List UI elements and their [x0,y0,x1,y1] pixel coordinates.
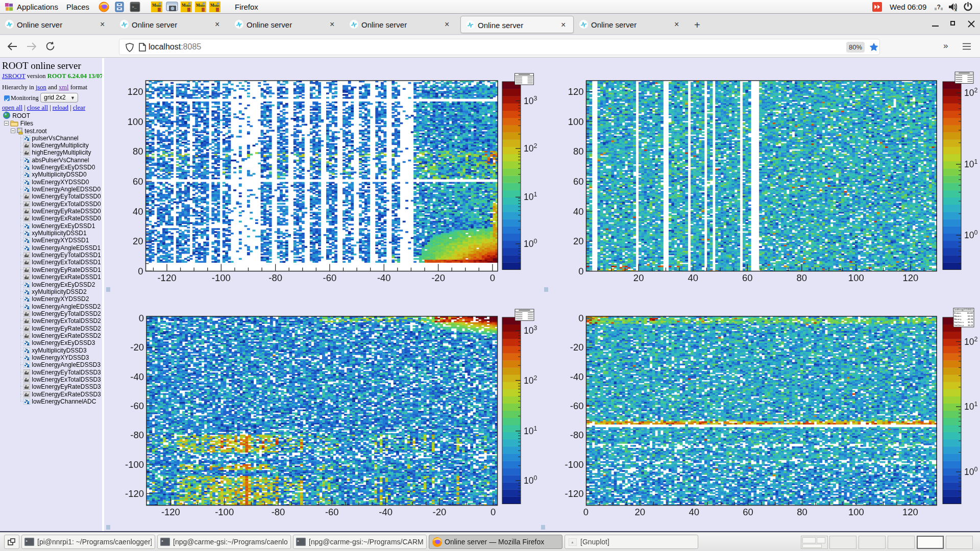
svg-text:100: 100 [964,466,977,477]
svg-text:65449: 65449 [967,312,973,314]
svg-text:▲: ▲ [571,540,574,544]
svg-text:102: 102 [964,87,977,98]
svg-text:>_: >_ [132,5,137,9]
svg-text:120: 120 [568,86,584,97]
svg-text:-120: -120 [161,507,180,517]
svg-text:80: 80 [133,146,143,157]
svg-text:0: 0 [583,507,589,517]
svg-text:Entries: Entries [954,312,961,314]
svg-text:-100: -100 [125,459,144,470]
svg-text:0: 0 [138,266,143,277]
svg-text:40: 40 [689,507,699,517]
svg-text:60: 60 [742,272,753,283]
svg-text:36.76: 36.76 [968,321,973,323]
svg-text:?: ? [937,4,941,11]
svg-text:80: 80 [797,507,807,517]
svg-text:-20: -20 [431,272,445,283]
svg-text:40: 40 [133,206,143,217]
svg-text:20: 20 [573,236,584,246]
svg-text:-20: -20 [433,507,447,517]
svg-text:-80: -80 [570,430,584,440]
svg-text:-120: -120 [125,488,144,499]
svg-text:101: 101 [524,425,537,436]
svg-text:-40: -40 [377,272,391,283]
svg-text:0: 0 [490,272,495,283]
svg-text:101: 101 [964,400,977,412]
svg-text:80: 80 [573,146,584,157]
svg-text:-60: -60 [325,507,339,517]
svg-text:63.15: 63.15 [968,315,973,317]
svg-text:-80: -80 [130,430,144,440]
svg-text:100: 100 [568,116,584,127]
svg-text:-40: -40 [379,507,393,517]
svg-text:120: 120 [902,272,918,283]
svg-text:Std Dev x: Std Dev x [954,321,964,323]
svg-text:-120: -120 [565,488,583,499]
svg-text:-100: -100 [565,459,583,470]
svg-text:-20: -20 [570,342,584,353]
svg-text:40: 40 [573,206,584,217]
svg-text:102: 102 [524,374,537,386]
svg-text:-80: -80 [272,507,285,517]
svg-text:▸: ▸ [298,539,299,542]
svg-text:-20: -20 [130,342,144,353]
svg-text:102: 102 [964,336,977,347]
svg-text:▸: ▸ [26,539,28,542]
svg-text:60: 60 [743,507,753,517]
svg-text:-40: -40 [570,371,584,382]
svg-text:101: 101 [524,191,537,202]
svg-text:101: 101 [964,158,977,169]
svg-text:20: 20 [133,236,143,246]
svg-text:60: 60 [133,176,143,187]
svg-text:-100: -100 [215,507,234,517]
svg-text:lowEnergyXYDSSD3: lowEnergyXYDSSD3 [954,309,972,311]
svg-text:-60: -60 [570,400,584,411]
svg-text:-60: -60 [130,400,144,411]
svg-text:100: 100 [128,116,143,127]
svg-text:0: 0 [578,266,583,277]
svg-text:-38.28: -38.28 [967,318,974,320]
svg-text:-40: -40 [130,371,144,382]
svg-text:120: 120 [128,86,143,97]
svg-text:34.19: 34.19 [968,324,973,327]
svg-text:-120: -120 [157,272,176,283]
svg-text:60: 60 [573,176,584,187]
svg-text:40: 40 [688,272,698,283]
svg-text:-80: -80 [268,272,282,283]
svg-text:20: 20 [633,272,644,283]
svg-text:-100: -100 [212,272,231,283]
svg-text:20: 20 [634,507,645,517]
svg-text:-60: -60 [323,272,337,283]
svg-text:Mean y: Mean y [954,318,962,320]
svg-text:103: 103 [524,95,537,106]
svg-text:100: 100 [524,238,537,249]
svg-text:Mean x: Mean x [954,315,962,317]
svg-text:Std Dev y: Std Dev y [954,324,964,327]
svg-text:x: x [954,7,957,11]
svg-text:120: 120 [902,507,918,517]
svg-text:80: 80 [796,272,807,283]
svg-text:100: 100 [524,474,537,486]
svg-text:100: 100 [964,229,977,240]
svg-text:100: 100 [848,507,864,517]
svg-text:100: 100 [848,272,864,283]
svg-text:0: 0 [578,313,583,323]
svg-text:0: 0 [491,507,496,517]
svg-text:0: 0 [139,313,144,323]
svg-text:102: 102 [524,142,537,154]
svg-text:▸: ▸ [162,539,163,542]
svg-text:103: 103 [524,324,537,336]
